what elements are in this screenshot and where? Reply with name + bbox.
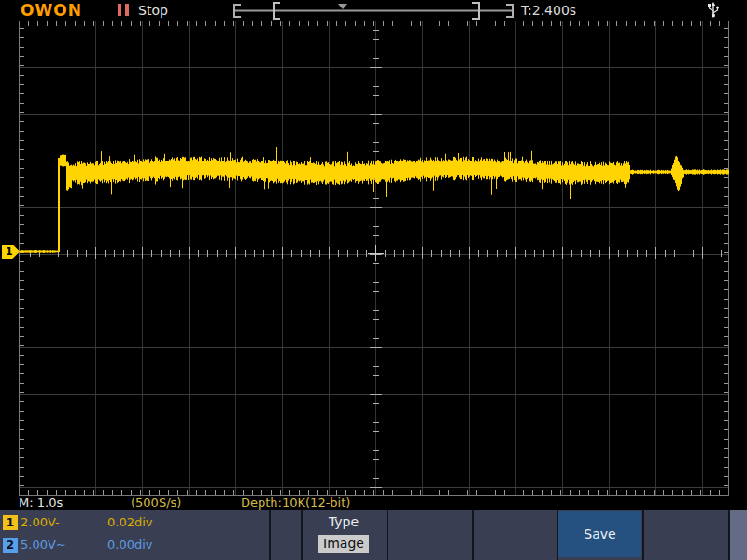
softkey-type[interactable]: Type Image [301, 510, 387, 560]
channel1-offset-readout: 0.02div [107, 515, 153, 530]
type-selected-value[interactable]: Image [318, 535, 369, 553]
divider [642, 510, 644, 560]
status-bar: M: 1.0s (500S/s) Depth:10K(12-bit) [0, 496, 747, 510]
trigger-marker-triangle [338, 4, 347, 9]
channel1-position-marker[interactable]: 1 [2, 245, 20, 259]
timebase-readout: M: 1.0s [19, 496, 63, 510]
graticule [19, 21, 729, 496]
divider [269, 510, 271, 560]
channel2-scale-readout: 5.00V~ [21, 538, 66, 553]
trigger-position-indicator [230, 1, 519, 20]
channel2-offset-readout: 0.00div [107, 538, 153, 553]
memory-depth-readout: Depth:10K(12-bit) [241, 496, 350, 510]
channel2-badge: 2 [3, 538, 18, 553]
channel1-scale-readout: 2.00V- [21, 515, 60, 530]
brand-logo: OWON [21, 1, 82, 20]
oscilloscope-screen: OWON Stop T:2.400s 1 M: 1.0s (500S/s) De… [0, 0, 747, 560]
usb-icon [706, 1, 721, 19]
menu-scroll-strip[interactable] [730, 510, 747, 560]
grid-layer [20, 21, 729, 496]
save-button[interactable]: Save [558, 511, 641, 557]
trigger-time-readout: T:2.400s [521, 3, 576, 18]
divider [472, 510, 474, 560]
acquisition-state-label: Stop [138, 3, 168, 18]
type-label: Type [301, 514, 387, 529]
divider [387, 510, 388, 560]
pause-icon [118, 4, 131, 17]
ch1-trace [21, 147, 729, 253]
sample-rate-readout: (500S/s) [131, 496, 181, 510]
bottom-menu-bar: 1 2.00V- 0.02div 2 5.00V~ 0.00div Type I… [0, 510, 747, 560]
channel1-badge: 1 [3, 515, 18, 530]
